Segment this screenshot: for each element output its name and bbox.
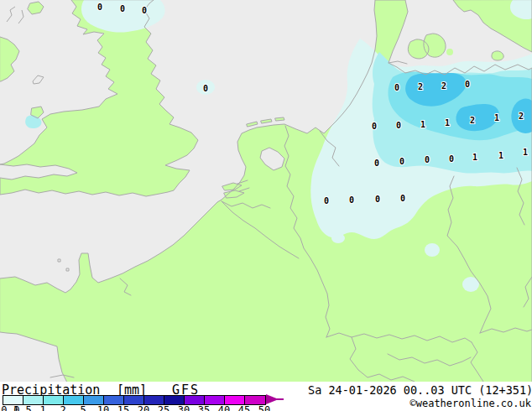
legend-color-segment <box>245 396 265 404</box>
legend-tick-label: 5 <box>80 404 86 411</box>
legend-tick-label: 30 <box>178 404 190 411</box>
precip-value: 0 <box>399 157 404 166</box>
legend-color-segment <box>185 396 205 404</box>
precip-value: 0 <box>97 3 102 12</box>
precip-value: 1 <box>523 148 528 157</box>
legend-tick-label: 15 <box>117 404 129 411</box>
legend-color-segment <box>23 396 44 404</box>
precip-value: 2 <box>470 116 475 125</box>
legend-color-segment <box>164 396 185 404</box>
precipitation-map: 00000220001121200001110000 <box>0 0 532 382</box>
weather-map-screenshot: 00000220001121200001110000 Precipitation… <box>0 0 532 411</box>
precip-value: 0 <box>203 84 208 93</box>
precip-value: 1 <box>498 151 503 160</box>
precip-value: 0 <box>465 80 470 89</box>
legend-tick-label: 2 <box>60 404 65 411</box>
legend-color-segment <box>44 396 64 404</box>
precip-value: 1 <box>445 118 450 127</box>
legend-overflow-arrow <box>266 394 284 404</box>
precip-value: 1 <box>472 153 477 162</box>
precip-value: 0 <box>374 159 379 168</box>
precip-value: 0 <box>396 121 401 130</box>
precip-value: 0 <box>400 194 405 203</box>
legend-tick-label: 40 <box>218 404 230 411</box>
legend-tick-label: 1 <box>39 404 45 411</box>
precip-value: 2 <box>519 112 524 121</box>
legend-tick-label: 50 <box>258 404 270 411</box>
precip-value: 0 <box>375 195 380 204</box>
precip-value: 1 <box>420 120 425 129</box>
legend-color-segment <box>144 396 164 404</box>
legend-tick-label: 10 <box>97 404 109 411</box>
precip-value: 0 <box>324 196 329 206</box>
legend-bar: Precipitation [mm] GFS 0.10.512510152025… <box>0 382 532 411</box>
legend-tick-label: 45 <box>238 404 250 411</box>
legend-color-segment <box>64 396 84 404</box>
danish-islet <box>446 49 453 55</box>
precip-value: 0 <box>449 154 454 164</box>
legend-color-segment <box>104 396 124 404</box>
precip-value: 0 <box>142 6 147 15</box>
legend-tick-label: 20 <box>138 404 149 411</box>
legend-color-segment <box>3 396 23 404</box>
precip-value: 2 <box>441 81 446 91</box>
datetime-label: Sa 24-01-2026 00..03 UTC (12+351) <box>308 383 532 397</box>
legend-color-segment <box>205 396 225 404</box>
precip-value: 0 <box>349 195 354 205</box>
legend-tick-label: 0.5 <box>13 404 32 411</box>
precip-value: 0 <box>372 122 377 131</box>
precip-value: 0 <box>120 4 125 13</box>
legend-color-segment <box>84 396 104 404</box>
legend-color-segment <box>124 396 144 404</box>
precip-value: 2 <box>418 82 423 91</box>
precip-spot-1 <box>331 233 345 243</box>
legend-tick-label: 35 <box>198 404 210 411</box>
copyright-label: ©weatheronline.co.uk <box>410 398 532 409</box>
precip-spot-2 <box>425 243 440 257</box>
precip-value: 1 <box>494 113 499 122</box>
legend-color-segment <box>225 396 245 404</box>
legend-tick-label: 25 <box>158 404 170 411</box>
precip-value: 0 <box>425 155 430 164</box>
precip-value: 0 <box>394 83 399 92</box>
